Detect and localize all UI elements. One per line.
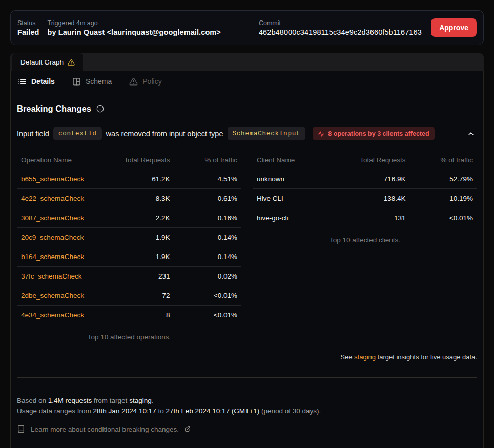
usage-based-prefix: Based on [17,397,48,404]
insights-note-suffix: target insights for live usage data. [376,353,477,361]
usage-range-prefix: Usage data ranges from [17,407,93,415]
operation-link[interactable]: 4e22_schemaCheck [21,195,84,202]
table-row: 2dbe_schemaCheck 72 <0.01% [17,286,241,306]
tab-schema-label: Schema [86,77,112,86]
client-name: unknown [253,169,347,189]
info-icon[interactable] [96,105,104,113]
warning-triangle-icon [68,59,75,66]
client-requests: 131 [347,208,410,228]
table-row: hive-go-cli 131 <0.01% [253,208,477,228]
op-requests: 1.9K [111,247,174,267]
breaking-changes-header: Breaking Changes [17,104,477,114]
op-traffic: 4.51% [174,169,241,189]
tab-details-label: Details [31,77,55,86]
commit-label: Commit [259,19,422,27]
check-details-card: Details Schema Policy Breaking Changes I… [10,71,484,448]
op-traffic: 0.14% [174,247,241,267]
triggered-column: Triggered 4m ago by Laurin Quast <laurin… [48,19,221,36]
clients-caption: Top 10 affected clients. [253,236,477,244]
op-traffic: <0.01% [174,286,241,306]
check-status-card: Status Failed Triggered 4m ago by Laurin… [10,10,484,45]
client-name: hive-go-cli [253,208,347,228]
client-name: Hive CLI [253,189,347,208]
clients-header-requests: Total Requests [347,151,410,169]
client-traffic: 52.79% [410,169,477,189]
table-row: b164_schemaCheck 1.9K 0.14% [17,247,241,267]
op-traffic: 0.14% [174,228,241,247]
list-icon [18,77,27,86]
op-requests: 72 [111,286,174,306]
clients-column: Client Name Total Requests % of traffic … [253,151,477,341]
insights-note-prefix: See [340,353,354,361]
approve-button[interactable]: Approve [431,18,477,37]
status-label: Status [17,19,39,27]
op-requests: 8 [111,306,174,325]
policy-warning-icon [129,77,138,86]
usage-range-start: 28th Jan 2024 10:17 [93,407,156,415]
operation-link[interactable]: 2dbe_schemaCheck [21,292,84,300]
schema-panels-icon [72,77,81,86]
learn-more-link[interactable]: Learn more about conditional breaking ch… [17,425,477,433]
operation-link[interactable]: 37fc_schemaCheck [21,272,82,280]
operation-link[interactable]: 20c9_schemaCheck [21,233,84,241]
check-subnav: Details Schema Policy [17,71,477,92]
change-type-chip: SchemaCheckInput [228,127,306,140]
operations-column: Operation Name Total Requests % of traff… [17,151,241,341]
operations-caption: Top 10 affected operations. [17,333,241,341]
client-requests: 138.4K [347,189,410,208]
op-requests: 8.3K [111,189,174,208]
triggered-label: Triggered 4m ago [48,19,221,27]
operation-link[interactable]: 3087_schemaCheck [21,214,84,222]
section-divider [17,377,477,378]
tab-policy-label: Policy [142,77,161,86]
usage-request-count: 1.4M requests [48,397,92,404]
op-traffic: 0.16% [174,208,241,228]
graph-tab-strip: Default Graph [10,53,484,71]
change-text-prefix: Input field [17,130,49,138]
tab-details[interactable]: Details [18,77,55,86]
op-requests: 1.9K [111,228,174,247]
op-requests: 231 [111,267,174,286]
commit-column: Commit 462b48000c34198115c34e9c2d3660f5b… [259,19,422,36]
tab-schema[interactable]: Schema [72,77,112,86]
clients-header-name: Client Name [253,151,347,169]
clients-header-traffic: % of traffic [410,151,477,169]
usage-tables: Operation Name Total Requests % of traff… [17,151,477,341]
operation-link[interactable]: 4e34_schemaCheck [21,311,84,319]
book-icon [17,425,25,433]
usage-target-name: staging [129,397,152,404]
usage-summary: Based on 1.4M requests from target stagi… [17,396,477,416]
breaking-change-row[interactable]: Input field contextId was removed from i… [17,127,477,140]
client-traffic: <0.01% [410,208,477,228]
chevron-up-icon[interactable] [467,130,475,138]
usage-period-end: . [152,397,154,404]
table-row: 3087_schemaCheck 2.2K 0.16% [17,208,241,228]
usage-range-line: Usage data ranges from 28th Jan 2024 10:… [17,406,477,416]
status-column: Status Failed [17,19,39,36]
table-row: 4e34_schemaCheck 8 <0.01% [17,306,241,325]
ops-header-traffic: % of traffic [174,151,241,169]
usage-from-target: from target [92,397,129,404]
commit-hash: 462b48000c34198115c34e9c2d3660f5b1167163 [259,28,422,36]
client-traffic: 10.19% [410,189,477,208]
operation-link[interactable]: b655_schemaCheck [21,175,84,183]
staging-target-link[interactable]: staging [354,353,376,361]
table-row: b655_schemaCheck 61.2K 4.51% [17,169,241,189]
external-link-icon [184,426,191,432]
tab-default-graph[interactable]: Default Graph [12,53,83,71]
table-row: 4e22_schemaCheck 8.3K 0.61% [17,189,241,208]
activity-pulse-icon [318,131,324,137]
operation-link[interactable]: b164_schemaCheck [21,253,84,261]
op-traffic: <0.01% [174,306,241,325]
tab-policy[interactable]: Policy [129,77,161,86]
clients-table: Client Name Total Requests % of traffic … [253,151,477,227]
op-traffic: 0.02% [174,267,241,286]
op-requests: 2.2K [111,208,174,228]
triggered-by: by Laurin Quast <laurinquast@googlemail.… [48,28,221,36]
table-row: 37fc_schemaCheck 231 0.02% [17,267,241,286]
op-requests: 61.2K [111,169,174,189]
ops-header-name: Operation Name [17,151,111,169]
change-text-middle: was removed from input object type [106,130,223,138]
table-row: Hive CLI 138.4K 10.19% [253,189,477,208]
usage-range-to: to [156,407,166,415]
